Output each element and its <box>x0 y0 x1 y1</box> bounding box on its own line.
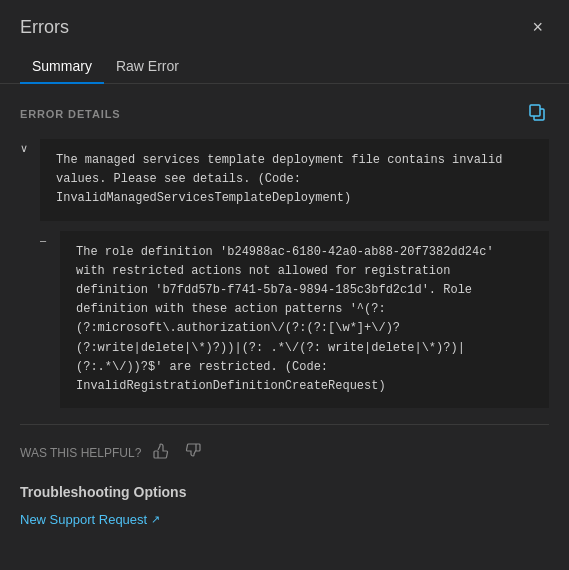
helpful-label: WAS THIS HELPFUL? <box>20 446 141 460</box>
dialog-header: Errors × <box>0 0 569 50</box>
divider <box>20 424 549 425</box>
sub-error-text: The role definition 'b24988ac-6180-42a0-… <box>60 231 549 409</box>
thumbdown-button[interactable] <box>181 441 205 464</box>
main-error-wrapper: ∨ The managed services template deployme… <box>20 139 549 408</box>
external-link-icon: ↗ <box>151 513 160 526</box>
close-button[interactable]: × <box>526 16 549 38</box>
dialog-body: ERROR DETAILS ∨ The managed services tem… <box>0 84 569 570</box>
dialog-title: Errors <box>20 17 69 38</box>
new-support-request-link[interactable]: New Support Request ↗ <box>20 512 160 527</box>
sub-error-wrapper: – The role definition 'b24988ac-6180-42a… <box>40 231 549 409</box>
errors-dialog: Errors × Summary Raw Error ERROR DETAILS… <box>0 0 569 570</box>
svg-rect-1 <box>530 105 540 116</box>
copy-button[interactable] <box>525 100 549 127</box>
main-error-text: The managed services template deployment… <box>40 139 549 221</box>
tab-bar: Summary Raw Error <box>0 50 569 84</box>
sub-error-collapse-arrow[interactable]: – <box>40 234 46 246</box>
tab-raw-error[interactable]: Raw Error <box>104 50 191 84</box>
main-error-collapse-arrow[interactable]: ∨ <box>20 142 28 155</box>
copy-icon <box>527 102 547 122</box>
error-details-section-label: ERROR DETAILS <box>20 100 549 127</box>
thumbdown-icon <box>185 443 201 459</box>
tab-summary[interactable]: Summary <box>20 50 104 84</box>
helpful-row: WAS THIS HELPFUL? <box>20 441 549 464</box>
thumbup-icon <box>153 443 169 459</box>
thumbup-button[interactable] <box>149 441 173 464</box>
troubleshooting-section: Troubleshooting Options New Support Requ… <box>20 484 549 528</box>
troubleshooting-title: Troubleshooting Options <box>20 484 549 500</box>
new-support-request-label: New Support Request <box>20 512 147 527</box>
